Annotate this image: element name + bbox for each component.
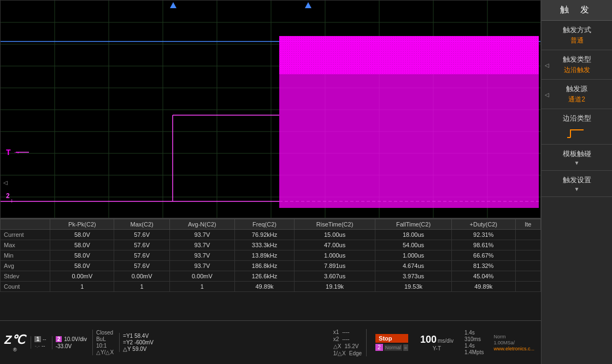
bottom-bar: Z℃ ® 1 -- -.- -- 2 10.0V/div -33.0V [0,320,541,364]
table-row: Current58.0V57.6V93.7V76.92kHz15.00us18.… [1,230,541,240]
logo-area: Z℃ ® [4,333,25,353]
row-cell: 0.00mV [169,271,234,282]
row-cell: 18.00us [375,230,452,240]
trigger-type-value: 边沿触发 [547,65,607,75]
row-cell: 57.6V [114,230,169,240]
ch2-ratio: 10:1 [96,343,114,349]
ch2-badge: 2 [56,336,62,342]
row-cell [515,230,540,240]
dy-label: △Y [123,346,131,352]
row-cell [515,282,540,292]
row-label: Current [1,230,50,240]
row-cell: 126.6kHz [234,271,294,282]
sample-info: Norm 1.00MSa/ www.eletronics.c... [491,334,537,351]
row-cell: 47.00us [295,240,375,250]
trigger-settings-label: 触发设置 [547,175,607,185]
trigger-settings-item[interactable]: 触发设置 ▼ [542,171,612,197]
trigger-mode-item[interactable]: 触发方式 普通 [542,21,612,50]
col-header-duty: +Duty(C2) [451,219,515,230]
time-val3: 1.4s [464,343,484,349]
time-display: 100 ms/div Y-T [417,334,457,351]
row-label: Min [1,250,50,261]
measurement-table: Pk-Pk(C2) Max(C2) Avg-N(C2) Freq(C2) Ris… [0,219,541,292]
row-cell: 58.0V [50,230,114,240]
cursor-dx-label: △X [333,343,342,349]
trigger-mode-label: 触发方式 [547,25,607,35]
template-touch-item[interactable]: 模板触碰 ▼ [542,145,612,171]
row-cell: 57.6V [114,261,169,271]
row-cell: 7.891us [295,261,375,271]
row-cell: 93.7V [169,250,234,261]
time-val1: 1.4s [464,330,484,336]
trigger-source-item[interactable]: ◁ 触发源 通道2 [542,80,612,109]
row-cell: 49.89k [451,282,515,292]
row-cell: 0.00mV [50,271,114,282]
row-cell: 66.67% [451,250,515,261]
ch1-line2: -- [42,343,45,349]
cursor-x1-label: x1 [333,329,339,335]
ch2-info: 2 10.0V/div -33.0V [52,336,87,349]
row-cell: 1.000us [375,250,452,261]
row-cell: 76.92kHz [234,230,294,240]
time-val4: 1.4Mpts [464,349,484,355]
cursor-x2-val: ---- [342,336,349,342]
right-panel: 触 发 触发方式 普通 ◁ 触发类型 边沿触发 ◁ 触发源 通道2 ◁ 边沿类型… [541,0,612,364]
equals-badge: = [403,344,408,351]
col-header-label [1,219,50,230]
ch1-badge: 1 [34,336,41,342]
row-label: Max [1,240,50,250]
cursor-edge-label: Edge [349,350,362,356]
row-cell: 81.32% [451,261,515,271]
watermark: www.eletronics.c... [493,346,534,351]
trigger-type-item[interactable]: ◁ 触发类型 边沿触发 [542,50,612,80]
table-row: Count11149.89k19.19k19.53k49.89k [1,282,541,292]
row-cell: 3.973us [375,271,452,282]
ch1-info: 1 -- -.- -- [31,336,46,349]
template-touch-arrow: ▼ [547,160,607,166]
row-cell: 186.8kHz [234,261,294,271]
row-cell: 54.00us [375,240,452,250]
stop-badge[interactable]: Stop [375,334,408,343]
edge-symbol-svg [566,127,588,140]
col-header-max: Max(C2) [114,219,169,230]
row-label: Stdev [1,271,50,282]
trigger-source-label: 触发源 [547,84,607,94]
row-cell: 13.89kHz [234,250,294,261]
table-row: Min58.0V57.6V93.7V13.89kHz1.000us1.000us… [1,250,541,261]
grid-svg: 2 ↕ [1,1,540,218]
row-label: Avg [1,261,50,271]
row-cell: 58.0V [50,250,114,261]
row-cell: 1 [114,282,169,292]
time-values: 1.4s 310ms 1.4s 1.4Mpts [462,330,486,355]
ch2-closed: Closed [96,330,113,336]
panel-title: 触 发 [542,0,612,21]
edge-type-arrow: ◁ [3,179,8,185]
ch2-volts-div: 10.0V/div [64,336,87,342]
time-div-unit: ms/div [438,338,454,344]
time-div-value: 100 [420,334,437,345]
row-cell: 57.6V [114,250,169,261]
table-row: Avg58.0V57.6V93.7V186.8kHz7.891us4.674us… [1,261,541,271]
trigger-mode-value: 普通 [547,36,607,45]
cursor-x1-val: ---- [342,329,349,335]
row-cell [515,261,540,271]
row-label: Count [1,282,50,292]
normal-badge: Normal [384,344,402,351]
row-cell: 58.0V [50,240,114,250]
stop-normal-area: Stop 2 Normal = [372,334,411,351]
ch2-measurements: =Y1 58.4V =Y2 -600mV △Y 59.0V [119,333,154,352]
row-cell: 19.53k [375,282,452,292]
row-cell: 57.6V [114,240,169,250]
row-cell: 0.00mV [114,271,169,282]
edge-type-item[interactable]: ◁ 边沿类型 [542,109,612,145]
cursor-info: x1 ---- x2 ---- △X 15.2V 1/△X Edge [333,329,367,356]
waveform-display: 2 ↕ T → [0,0,541,218]
svg-text:2: 2 [6,192,10,200]
ch2-yx-values: Closed BuL 10:1 △Y/△X [92,330,114,355]
trigger-label: T → [6,148,20,157]
table-row: Stdev0.00mV0.00mV0.00mV126.6kHz3.607us3.… [1,271,541,282]
trigger-source-arrow: ◁ [545,91,549,97]
trigger-type-label: 触发类型 [547,55,607,64]
y2-val: -600mV [134,339,154,345]
row-cell: 333.3kHz [234,240,294,250]
